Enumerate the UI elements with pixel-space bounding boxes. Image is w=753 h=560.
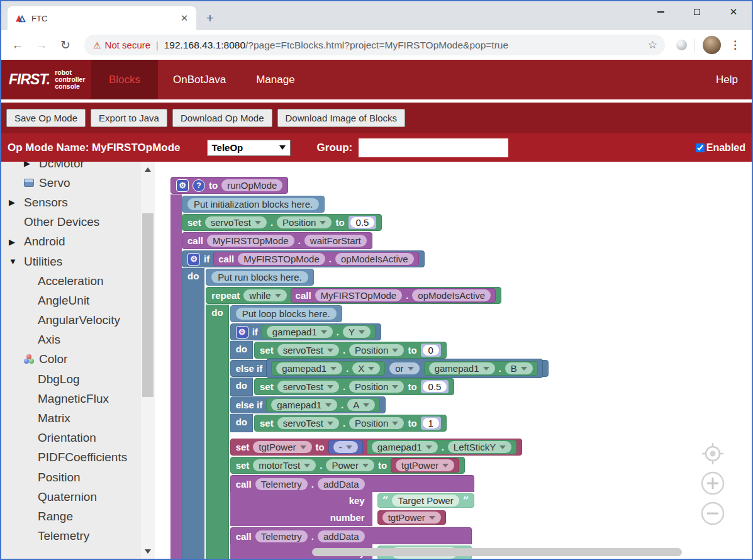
servo-var-dropdown[interactable]: servoTest: [205, 216, 267, 228]
minimize-button[interactable]: [642, 1, 679, 23]
button-dropdown[interactable]: B: [505, 362, 533, 374]
zoom-in-icon[interactable]: [700, 471, 725, 496]
mutator-gear-icon[interactable]: ⚙: [187, 253, 200, 266]
negate-dropdown[interactable]: -: [333, 441, 358, 453]
toolbox-category-servo[interactable]: Servo: [1, 173, 155, 193]
block-call-opmodeisactive[interactable]: call MyFIRSTOpMode . opModeIsActive: [213, 252, 419, 266]
toolbox-category-angleunit[interactable]: AngleUnit: [1, 291, 155, 310]
help-question-icon[interactable]: ?: [192, 179, 205, 192]
enabled-checkbox[interactable]: [696, 143, 705, 152]
servo-var-dropdown[interactable]: servoTest: [277, 417, 339, 429]
block-negate[interactable]: -: [328, 440, 363, 454]
toolbox-category-telemetry[interactable]: Telemetry: [1, 527, 155, 546]
block-call-waitforstart[interactable]: call MyFIRSTOpMode . waitForStart: [182, 232, 372, 249]
toolbox-category-quaternion[interactable]: Quaternion: [1, 487, 155, 507]
block-text-target-power[interactable]: “ Target Power ”: [377, 493, 474, 508]
bookmark-star-icon[interactable]: ☆: [648, 38, 657, 52]
function-name-field[interactable]: runOpMode: [221, 179, 282, 191]
workspace-horizontal-scrollbar[interactable]: [312, 548, 682, 556]
block-number-value[interactable]: 1: [421, 417, 441, 430]
reload-button[interactable]: ↻: [57, 36, 74, 54]
repeat-mode-dropdown[interactable]: while: [243, 289, 286, 301]
servo-prop-dropdown[interactable]: Position: [277, 216, 332, 228]
extension-orb-icon[interactable]: [676, 40, 687, 50]
servo-var-dropdown[interactable]: servoTest: [277, 381, 339, 393]
gamepad-dropdown[interactable]: gamepad1: [271, 399, 337, 411]
elseif-a[interactable]: else if gamepad1 . A: [230, 396, 386, 413]
maximize-button[interactable]: [679, 1, 715, 23]
toolbox-category-range[interactable]: Range: [1, 507, 155, 526]
scroll-down-icon[interactable]: [141, 545, 155, 557]
scroll-up-icon[interactable]: [141, 163, 155, 176]
block-telemetry-adddata-target[interactable]: call Telemetry . addData key: [230, 475, 474, 526]
nav-blocks[interactable]: Blocks: [91, 60, 158, 99]
variable-dropdown[interactable]: tgtPower: [396, 459, 454, 471]
toolbox-category-sensors[interactable]: ▶Sensors: [1, 193, 155, 212]
variable-dropdown[interactable]: tgtPower: [253, 441, 311, 453]
profile-avatar[interactable]: [703, 36, 721, 54]
toolbox-category-axis[interactable]: Axis: [1, 330, 155, 350]
address-bar[interactable]: ⚠ Not secure | 192.168.43.1:8080 /?page=…: [84, 35, 665, 55]
block-gamepad-leftsticky[interactable]: gamepad1 . LeftStickY: [367, 440, 517, 454]
gamepad-dropdown[interactable]: gamepad1: [276, 362, 342, 374]
motor-var-dropdown[interactable]: motorTest: [253, 459, 316, 471]
toolbox-category-other-devices[interactable]: Other Devices: [1, 213, 155, 232]
block-tgtpower-value[interactable]: tgtPower: [391, 458, 459, 473]
servo-prop-dropdown[interactable]: Position: [349, 417, 404, 429]
group-input[interactable]: [359, 138, 508, 157]
block-set-servo-init[interactable]: set servoTest . Position to 0.5: [182, 214, 382, 231]
variable-dropdown[interactable]: tgtPower: [382, 512, 441, 524]
save-opmode-button[interactable]: Save Op Mode: [6, 109, 86, 127]
block-runopmode-header[interactable]: ⚙ ? to runOpMode: [170, 177, 288, 194]
servo-prop-dropdown[interactable]: Position: [349, 381, 404, 393]
toolbox-category-acceleration[interactable]: Acceleration: [1, 271, 155, 291]
toolbox-category-magneticflux[interactable]: MagneticFlux: [1, 389, 155, 408]
call-adddata-header[interactable]: call Telemetry . addData: [230, 527, 472, 544]
gamepad-dropdown[interactable]: gamepad1: [429, 362, 495, 374]
block-gamepad-y[interactable]: gamepad1 . Y: [262, 325, 376, 339]
export-java-button[interactable]: Export to Java: [91, 109, 167, 127]
mutator-gear-icon[interactable]: ⚙: [236, 326, 248, 339]
mutator-gear-icon[interactable]: ⚙: [176, 179, 189, 192]
call-adddata-header[interactable]: call Telemetry . addData: [230, 475, 474, 492]
block-gamepad-b[interactable]: gamepad1 . B: [424, 361, 538, 376]
tab-close-icon[interactable]: ✕: [179, 13, 190, 24]
block-number-value[interactable]: 0: [421, 344, 441, 357]
new-tab-button[interactable]: +: [201, 9, 219, 27]
block-comment-init[interactable]: Put initialization blocks here.: [182, 196, 325, 213]
block-number-value[interactable]: 0.5: [349, 216, 377, 229]
stick-dropdown[interactable]: LeftStickY: [448, 441, 512, 453]
button-dropdown[interactable]: Y: [343, 326, 371, 338]
toolbox-category-angularvelocity[interactable]: AngularVelocity: [1, 311, 155, 330]
blockly-workspace[interactable]: ⚙ ? to runOpMode Put initialization bloc…: [155, 162, 752, 559]
block-if-gamepad[interactable]: ⚙ if gamepad1 . Y: [230, 323, 549, 432]
block-set-tgtpower[interactable]: set tgtPower to - gamepad: [230, 439, 523, 456]
gamepad-dropdown[interactable]: gamepad1: [267, 326, 333, 338]
toolbox-category-orientation[interactable]: Orientation: [1, 428, 155, 448]
browser-tab[interactable]: FTC ✕: [8, 6, 196, 30]
button-dropdown[interactable]: A: [347, 399, 375, 411]
toolbox-category-matrix[interactable]: Matrix: [1, 408, 155, 428]
nav-onbotjava[interactable]: OnBotJava: [158, 60, 241, 99]
block-gamepad-x[interactable]: gamepad1 . X: [271, 361, 385, 376]
servo-prop-dropdown[interactable]: Position: [349, 344, 404, 356]
block-if-opmodeisactive[interactable]: ⚙ if call MyFIRSTOpMode . opModeIsActive…: [182, 250, 549, 559]
block-set-motor-power[interactable]: set motorTest . Power to tgtPower: [230, 457, 466, 474]
flavor-select[interactable]: TeleOp: [207, 140, 291, 156]
toolbox-category-pidfcoefficients[interactable]: PIDFCoefficients: [1, 448, 155, 468]
toolbox-category-dcmotor[interactable]: ▶DcMotor: [1, 162, 155, 173]
block-set-servo-05[interactable]: set servoTest . Position to 0.5: [254, 378, 454, 395]
block-tgtpower-value[interactable]: tgtPower: [377, 510, 446, 525]
if-header[interactable]: ⚙ if call MyFIRSTOpMode . opModeIsActive: [182, 250, 425, 267]
toolbox-category-android[interactable]: ▶Android: [1, 232, 155, 252]
block-call-opmodeisactive[interactable]: call MyFIRSTOpMode . opModeIsActive: [291, 288, 496, 303]
block-comment-loop[interactable]: Put loop blocks here.: [230, 305, 342, 322]
block-gamepad-a[interactable]: gamepad1 . A: [266, 398, 380, 412]
nav-manage[interactable]: Manage: [241, 60, 310, 99]
close-button[interactable]: ✕: [715, 1, 752, 23]
zoom-out-icon[interactable]: [700, 501, 725, 526]
repeat-header[interactable]: repeat while call MyFIRSTOpMode . opMode…: [206, 287, 501, 304]
block-comment-run[interactable]: Put run blocks here.: [206, 269, 313, 286]
servo-var-dropdown[interactable]: servoTest: [277, 344, 339, 356]
toolbox-category-position[interactable]: Position: [1, 468, 155, 487]
